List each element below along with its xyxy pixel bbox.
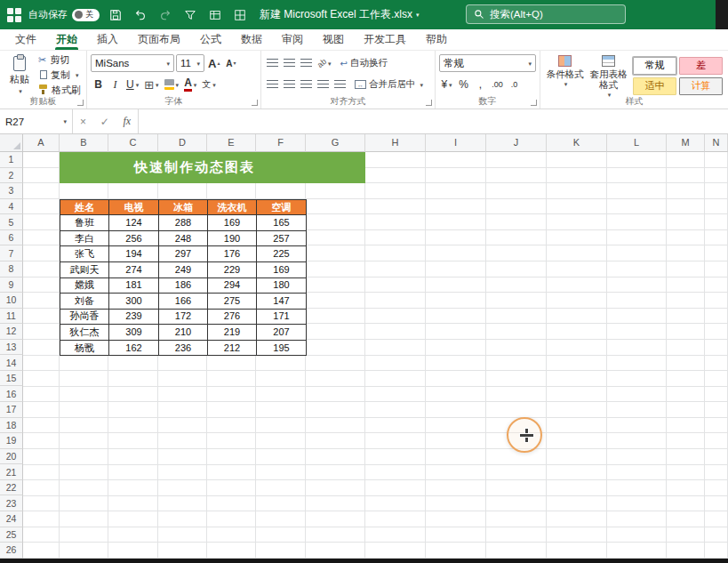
cell-style-适中[interactable]: 适中	[633, 77, 676, 95]
row-header-1[interactable]: 1	[0, 152, 23, 168]
table-cell-name[interactable]: 刘备	[60, 294, 109, 310]
column-header-H[interactable]: H	[365, 134, 426, 152]
column-header-B[interactable]: B	[60, 134, 108, 152]
select-all-corner[interactable]	[0, 134, 23, 152]
align-middle-button[interactable]	[282, 54, 297, 72]
table-cell-value[interactable]: 288	[159, 215, 208, 231]
table-cell-value[interactable]: 171	[257, 309, 307, 325]
row-header-23[interactable]: 23	[0, 495, 23, 511]
redo-icon[interactable]	[156, 4, 174, 27]
row-header-20[interactable]: 20	[0, 449, 23, 465]
table-cell-name[interactable]: 狄仁杰	[60, 325, 109, 341]
row-header-26[interactable]: 26	[0, 543, 23, 559]
increase-font-size-button[interactable]: A▴	[206, 54, 221, 72]
filter-icon[interactable]	[181, 4, 199, 27]
formula-input[interactable]	[139, 109, 728, 133]
row-header-6[interactable]: 6	[0, 230, 23, 246]
align-top-button[interactable]	[265, 54, 280, 72]
name-box[interactable]: R27▾	[0, 109, 73, 133]
table-cell-name[interactable]: 武则天	[60, 261, 109, 277]
row-header-8[interactable]: 8	[0, 261, 23, 277]
table-cell-value[interactable]: 248	[159, 230, 208, 246]
row-header-5[interactable]: 5	[0, 214, 23, 230]
row-header-12[interactable]: 12	[0, 324, 23, 340]
table-cell-value[interactable]: 169	[257, 261, 307, 277]
align-bottom-button[interactable]	[299, 54, 314, 72]
table-header-姓名[interactable]: 姓名	[60, 199, 109, 215]
align-right-button[interactable]	[299, 76, 314, 93]
borders-button[interactable]: ⊞▾	[142, 76, 160, 93]
row-header-2[interactable]: 2	[0, 168, 23, 184]
comma-style-button[interactable]: ,	[473, 76, 488, 93]
cells-grid-icon[interactable]	[231, 4, 249, 27]
column-header-C[interactable]: C	[108, 134, 158, 152]
row-header-10[interactable]: 10	[0, 293, 23, 309]
column-header-L[interactable]: L	[607, 134, 667, 152]
autosave-toggle[interactable]: 自动保存 关	[28, 8, 100, 21]
alignment-dialog-launcher[interactable]	[426, 100, 432, 106]
table-cell-value[interactable]: 236	[159, 340, 208, 356]
table-cell-value[interactable]: 124	[109, 215, 159, 231]
table-cell-value[interactable]: 210	[159, 325, 208, 341]
insert-function-icon[interactable]: fx	[123, 115, 131, 128]
bold-button[interactable]: B	[91, 76, 106, 93]
table-cell-value[interactable]: 194	[109, 246, 159, 262]
tab-开发工具[interactable]: 开发工具	[354, 29, 416, 50]
underline-button[interactable]: U▾	[124, 76, 140, 93]
align-center-button[interactable]	[282, 76, 297, 93]
row-header-14[interactable]: 14	[0, 355, 23, 371]
row-header-9[interactable]: 9	[0, 277, 23, 294]
column-header-N[interactable]: N	[705, 134, 728, 152]
table-cell-name[interactable]: 鲁班	[60, 215, 109, 231]
number-format-select[interactable]: 常规▾	[439, 54, 536, 72]
table-cell-value[interactable]: 256	[109, 230, 159, 246]
italic-button[interactable]: I	[108, 76, 123, 93]
table-cell-value[interactable]: 225	[257, 246, 307, 262]
clipboard-dialog-launcher[interactable]	[77, 100, 84, 106]
table-cell-value[interactable]: 229	[208, 261, 257, 277]
increase-decimal-button[interactable]: .00	[490, 76, 505, 93]
table-cell-value[interactable]: 181	[109, 277, 159, 294]
document-title[interactable]: 新建 Microsoft Excel 工作表.xlsx ▾	[260, 7, 420, 22]
tab-数据[interactable]: 数据	[231, 29, 272, 50]
table-cell-value[interactable]: 239	[109, 309, 159, 325]
column-header-D[interactable]: D	[158, 134, 207, 152]
column-header-J[interactable]: J	[486, 134, 547, 152]
table-header-洗衣机[interactable]: 洗衣机	[208, 199, 257, 215]
tab-视图[interactable]: 视图	[313, 29, 354, 50]
row-header-25[interactable]: 25	[0, 527, 23, 543]
column-header-K[interactable]: K	[547, 134, 607, 152]
column-header-G[interactable]: G	[306, 134, 365, 152]
undo-icon[interactable]	[132, 4, 149, 27]
decrease-indent-button[interactable]	[316, 76, 331, 93]
table-header-电视[interactable]: 电视	[109, 199, 159, 215]
table-cell-value[interactable]: 309	[109, 325, 159, 341]
table-cell-value[interactable]: 147	[257, 294, 307, 310]
row-header-19[interactable]: 19	[0, 433, 23, 449]
table-cell-value[interactable]: 166	[159, 294, 208, 310]
table-cell-value[interactable]: 186	[159, 277, 208, 294]
table-cell-value[interactable]: 274	[109, 261, 159, 277]
table-cell-value[interactable]: 294	[208, 277, 257, 294]
table-cell-value[interactable]: 176	[208, 246, 257, 262]
row-header-11[interactable]: 11	[0, 309, 23, 325]
table-cell-name[interactable]: 杨戬	[60, 340, 109, 356]
table-cell-name[interactable]: 孙尚香	[60, 309, 109, 325]
decrease-decimal-button[interactable]: .0	[507, 76, 522, 93]
cell-style-常规[interactable]: 常规	[633, 57, 676, 75]
search-box[interactable]: 搜索(Alt+Q)	[466, 4, 626, 24]
accounting-format-button[interactable]: ¥▾	[439, 76, 454, 93]
table-cell-value[interactable]: 219	[208, 325, 257, 341]
percent-style-button[interactable]: %	[456, 76, 471, 93]
column-header-E[interactable]: E	[207, 134, 256, 152]
table-cell-value[interactable]: 162	[109, 340, 159, 356]
cell-style-差[interactable]: 差	[679, 57, 723, 75]
row-header-4[interactable]: 4	[0, 199, 23, 215]
table-cell-name[interactable]: 李白	[60, 230, 109, 246]
row-header-13[interactable]: 13	[0, 340, 23, 356]
tab-插入[interactable]: 插入	[87, 29, 128, 50]
merge-center-button[interactable]: ↔合并后居中▾	[355, 78, 423, 91]
row-header-3[interactable]: 3	[0, 183, 23, 199]
row-header-16[interactable]: 16	[0, 386, 23, 402]
number-dialog-launcher[interactable]	[531, 100, 537, 106]
